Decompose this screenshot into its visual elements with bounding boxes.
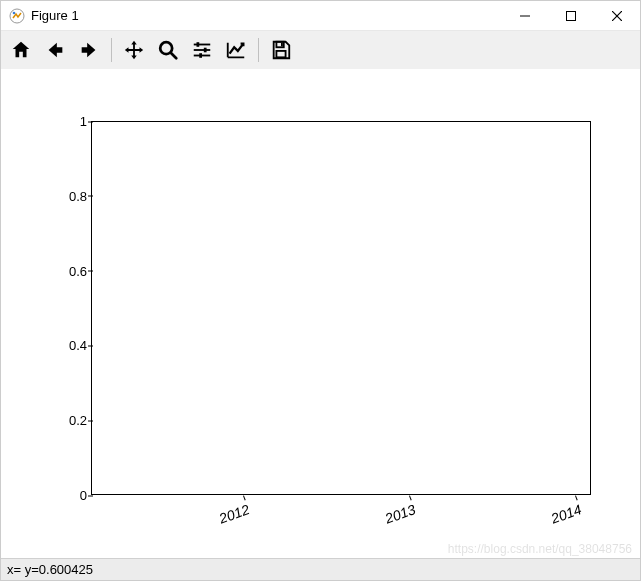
svg-rect-11 (204, 48, 207, 53)
status-bar: x= y=0.600425 (1, 558, 640, 580)
svg-rect-13 (199, 53, 202, 58)
x-tick-label: 2014 (549, 501, 584, 527)
maximize-button[interactable] (548, 1, 594, 31)
y-tick-label: 0 (80, 488, 87, 503)
minimize-button[interactable] (502, 1, 548, 31)
window-titlebar: Figure 1 (1, 1, 640, 31)
back-button[interactable] (39, 34, 71, 66)
sliders-icon (191, 39, 213, 61)
toolbar-divider (258, 38, 259, 62)
y-tick: 0.2 (51, 413, 87, 428)
chart-line-icon (225, 39, 247, 61)
axes-frame (91, 121, 591, 495)
toolbar-divider (111, 38, 112, 62)
svg-point-1 (13, 11, 16, 14)
y-tick: 0.6 (51, 263, 87, 278)
x-tick-label: 2012 (217, 501, 252, 527)
home-icon (10, 39, 32, 61)
close-button[interactable] (594, 1, 640, 31)
cursor-coords: x= y=0.600425 (7, 562, 93, 577)
save-icon (270, 39, 292, 61)
y-tick: 0.4 (51, 338, 87, 353)
figure-canvas[interactable]: 1 0.8 0.6 0.4 0.2 0 2012 2013 2014 https… (1, 69, 640, 558)
watermark-text: https://blog.csdn.net/qq_38048756 (448, 542, 632, 556)
x-tick-label: 2013 (383, 501, 418, 527)
svg-rect-9 (197, 42, 200, 47)
configure-subplots-button[interactable] (186, 34, 218, 66)
y-tick: 1 (51, 114, 87, 129)
x-tick: 2012 (217, 501, 252, 527)
window-title: Figure 1 (31, 8, 79, 23)
pan-button[interactable] (118, 34, 150, 66)
y-tick-label: 0.4 (69, 338, 87, 353)
y-tick-label: 0.8 (69, 188, 87, 203)
app-icon (9, 8, 25, 24)
x-tick: 2013 (383, 501, 418, 527)
svg-rect-3 (567, 11, 576, 20)
magnifier-icon (157, 39, 179, 61)
y-tick: 0.8 (51, 188, 87, 203)
y-tick-label: 1 (80, 114, 87, 129)
save-button[interactable] (265, 34, 297, 66)
forward-button[interactable] (73, 34, 105, 66)
arrow-left-icon (44, 39, 66, 61)
x-tick: 2014 (549, 501, 584, 527)
svg-line-7 (171, 53, 177, 59)
y-tick: 0 (51, 488, 87, 503)
matplotlib-toolbar (1, 31, 640, 69)
y-tick-label: 0.6 (69, 263, 87, 278)
svg-rect-15 (281, 43, 283, 47)
move-icon (123, 39, 145, 61)
zoom-button[interactable] (152, 34, 184, 66)
y-tick-label: 0.2 (69, 413, 87, 428)
home-button[interactable] (5, 34, 37, 66)
svg-rect-16 (276, 51, 285, 57)
edit-axes-button[interactable] (220, 34, 252, 66)
arrow-right-icon (78, 39, 100, 61)
